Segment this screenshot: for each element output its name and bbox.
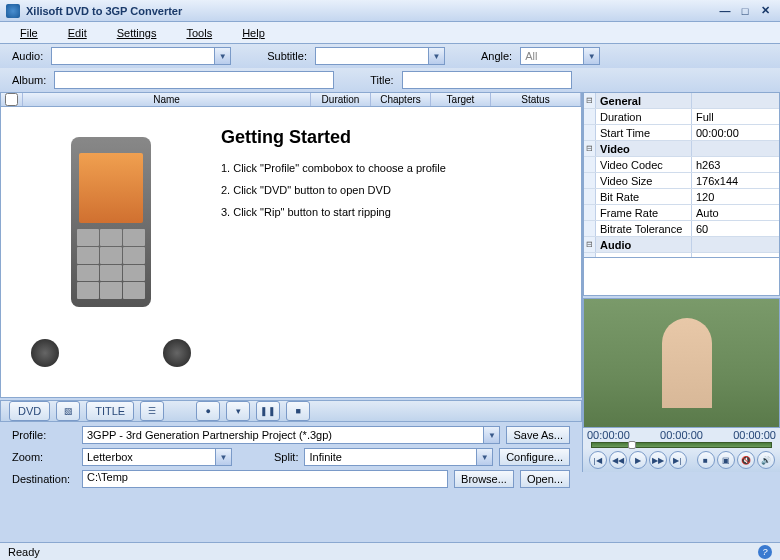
prop-value[interactable]: Auto — [692, 205, 779, 220]
select-all-checkbox[interactable] — [5, 93, 18, 106]
prop-value[interactable]: 00:00:00 — [692, 125, 779, 140]
prop-row[interactable]: Frame RateAuto — [584, 205, 779, 221]
prop-value[interactable]: 120 — [692, 189, 779, 204]
subtitle-label: Subtitle: — [267, 50, 307, 62]
menu-help[interactable]: Help — [242, 27, 265, 39]
prop-value[interactable]: Full — [692, 109, 779, 124]
slider-knob[interactable] — [628, 441, 636, 449]
configure-button[interactable]: Configure... — [499, 448, 570, 466]
menu-tools[interactable]: Tools — [186, 27, 212, 39]
grid-checkbox-header[interactable] — [1, 93, 23, 106]
chevron-down-icon: ▼ — [483, 427, 499, 443]
stop-rip-button[interactable]: ▾ — [226, 401, 250, 421]
prop-key: Video Size — [596, 173, 692, 188]
prop-key: Bitrate Tolerance — [596, 221, 692, 236]
title-field[interactable] — [402, 71, 572, 89]
col-status[interactable]: Status — [491, 93, 581, 106]
save-as-button[interactable]: Save As... — [506, 426, 570, 444]
step-3: 3. Click "Rip" button to start ripping — [221, 206, 446, 218]
prop-row[interactable]: Video Size176x144 — [584, 173, 779, 189]
angle-combo[interactable]: All▼ — [520, 47, 600, 65]
zoom-combo[interactable]: Letterbox▼ — [82, 448, 232, 466]
col-target[interactable]: Target — [431, 93, 491, 106]
destination-label: Destination: — [12, 473, 76, 485]
collapse-icon[interactable]: ⊟ — [584, 141, 596, 156]
prop-section[interactable]: ⊟Video — [584, 141, 779, 157]
folder-button[interactable]: ▧ — [56, 401, 80, 421]
title-label: Title: — [370, 74, 393, 86]
dvd-button[interactable]: DVD — [9, 401, 50, 421]
prop-value[interactable]: h263 — [692, 157, 779, 172]
time-end: 00:00:00 — [733, 429, 776, 441]
seek-slider[interactable] — [591, 442, 772, 448]
prop-row[interactable]: Bit Rate120 — [584, 189, 779, 205]
mute-button[interactable]: 🔇 — [737, 451, 755, 469]
control-bar: DVD ▧ TITLE ☰ ● ▾ ❚❚ ■ — [0, 400, 582, 422]
getting-started: Getting Started 1. Click "Profile" combo… — [221, 127, 446, 228]
subtitle-combo[interactable]: ▼ — [315, 47, 445, 65]
prop-row[interactable]: DurationFull — [584, 109, 779, 125]
stop-button[interactable]: ■ — [286, 401, 310, 421]
prop-value[interactable]: 176x144 — [692, 173, 779, 188]
help-icon[interactable]: ? — [758, 545, 772, 559]
play-button[interactable]: ▶ — [629, 451, 647, 469]
collapse-icon[interactable]: ⊟ — [584, 93, 596, 108]
rewind-button[interactable]: ◀◀ — [609, 451, 627, 469]
property-grid[interactable]: ⊟GeneralDurationFullStart Time00:00:00⊟V… — [583, 92, 780, 258]
list-button[interactable]: ☰ — [140, 401, 164, 421]
preview-pane — [583, 298, 780, 428]
chevron-down-icon: ▼ — [215, 449, 231, 465]
prop-section[interactable]: ⊟Audio — [584, 237, 779, 253]
prop-row[interactable]: Bitrate Tolerance60 — [584, 221, 779, 237]
menu-settings[interactable]: Settings — [117, 27, 157, 39]
chevron-down-icon: ▼ — [583, 48, 599, 64]
time-bar: 00:00:00 00:00:00 00:00:00 — [583, 428, 780, 442]
collapse-icon[interactable]: ⊟ — [584, 237, 596, 252]
col-duration[interactable]: Duration — [311, 93, 371, 106]
next-button[interactable]: ▶| — [669, 451, 687, 469]
prop-value[interactable]: 60 — [692, 221, 779, 236]
toolbar-row-2: Album: Title: — [0, 68, 780, 92]
step-1: 1. Click "Profile" combobox to choose a … — [221, 162, 446, 174]
grid-header: Name Duration Chapters Target Status — [0, 92, 582, 107]
time-start: 00:00:00 — [587, 429, 630, 441]
forward-button[interactable]: ▶▶ — [649, 451, 667, 469]
browse-button[interactable]: Browse... — [454, 470, 514, 488]
close-button[interactable]: ✕ — [756, 4, 774, 18]
statusbar: Ready ? — [0, 542, 780, 560]
snapshot-button[interactable]: ▣ — [717, 451, 735, 469]
menu-file[interactable]: File — [20, 27, 38, 39]
title-button[interactable]: TITLE — [86, 401, 134, 421]
prop-row[interactable]: Video Codech263 — [584, 157, 779, 173]
property-edit-area[interactable] — [583, 258, 780, 296]
audio-combo[interactable]: ▼ — [51, 47, 231, 65]
profile-value: 3GPP - 3rd Generation Partnership Projec… — [87, 429, 332, 441]
maximize-button[interactable]: □ — [736, 4, 754, 18]
prop-key: Start Time — [596, 125, 692, 140]
col-name[interactable]: Name — [23, 93, 311, 106]
profile-combo[interactable]: 3GPP - 3rd Generation Partnership Projec… — [82, 426, 500, 444]
chevron-down-icon: ▼ — [476, 449, 492, 465]
prop-key: Frame Rate — [596, 205, 692, 220]
prop-key: Video Codec — [596, 157, 692, 172]
menu-edit[interactable]: Edit — [68, 27, 87, 39]
open-button[interactable]: Open... — [520, 470, 570, 488]
split-combo[interactable]: Infinite▼ — [304, 448, 493, 466]
col-chapters[interactable]: Chapters — [371, 93, 431, 106]
section-name: Video — [596, 141, 692, 156]
album-field[interactable] — [54, 71, 334, 89]
prop-section[interactable]: ⊟General — [584, 93, 779, 109]
time-mid: 00:00:00 — [660, 429, 703, 441]
pause-button[interactable]: ❚❚ — [256, 401, 280, 421]
prop-row[interactable]: Start Time00:00:00 — [584, 125, 779, 141]
step-2: 2. Click "DVD" button to open DVD — [221, 184, 446, 196]
player-stop-button[interactable]: ■ — [697, 451, 715, 469]
toolbar-row-1: Audio: ▼ Subtitle: ▼ Angle: All▼ — [0, 44, 780, 68]
record-button[interactable]: ● — [196, 401, 220, 421]
split-value: Infinite — [309, 451, 341, 463]
volume-button[interactable]: 🔊 — [757, 451, 775, 469]
destination-field[interactable]: C:\Temp — [82, 470, 448, 488]
zoom-label: Zoom: — [12, 451, 76, 463]
prev-button[interactable]: |◀ — [589, 451, 607, 469]
minimize-button[interactable]: — — [716, 4, 734, 18]
